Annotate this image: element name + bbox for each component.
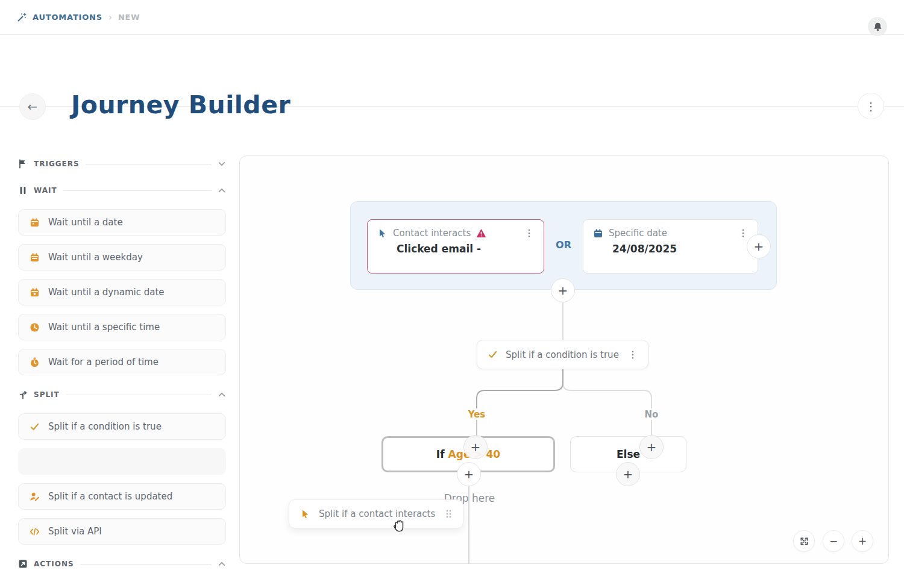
journey-canvas[interactable]: Contact interacts ⋮ Clicked email - OR [239, 155, 889, 564]
block-label: Wait until a dynamic date [48, 287, 165, 298]
block-split-via-api[interactable]: Split via API [18, 518, 226, 545]
cursor-icon [377, 228, 388, 239]
chevron-down-icon [218, 160, 226, 168]
node-menu-button[interactable]: ⋮ [628, 350, 638, 360]
dragged-block-split-contact-interacts[interactable]: Split if a contact interacts [289, 499, 463, 528]
or-label: OR [545, 239, 582, 251]
chevron-up-icon [218, 186, 226, 195]
split-node-label: Split if a condition is true [506, 349, 620, 360]
trigger-card-contact-interacts[interactable]: Contact interacts ⋮ Clicked email - [367, 219, 544, 274]
add-step-after-triggers-button[interactable]: + [551, 278, 575, 302]
section-rule [66, 395, 212, 395]
section-header-actions[interactable]: ACTIONS [18, 558, 226, 570]
check-icon [488, 349, 498, 360]
trigger-card-specific-date[interactable]: Specific date ⋮ 24/08/2025 [583, 219, 758, 274]
block-label: Wait until a specific time [48, 322, 160, 333]
magic-wand-icon [17, 13, 27, 22]
calendar-icon [30, 217, 40, 228]
expand-icon [800, 537, 809, 546]
breadcrumb: AUTOMATIONS › NEW [17, 12, 140, 23]
minus-icon: − [829, 535, 838, 547]
fit-to-screen-button[interactable] [793, 530, 815, 552]
else-label: Else [617, 448, 640, 460]
warning-icon [476, 228, 486, 238]
calendar-icon [593, 228, 603, 239]
blocks-sidebar: TRIGGERS WAIT W [18, 158, 226, 570]
block-label: Wait until a weekday [48, 252, 143, 263]
add-step-no-top-button[interactable]: + [639, 435, 664, 459]
trigger-category: Contact interacts [393, 228, 471, 239]
chevron-up-icon [218, 560, 226, 568]
back-arrow-icon: ← [28, 99, 38, 114]
section-header-triggers[interactable]: TRIGGERS [18, 158, 226, 170]
plus-icon: + [858, 535, 867, 547]
block-label: Split if a contact is updated [48, 491, 172, 502]
zoom-out-button[interactable]: − [823, 530, 844, 552]
section-header-split[interactable]: SPLIT [18, 389, 226, 401]
add-trigger-button[interactable]: + [747, 234, 771, 258]
actions-icon [18, 559, 28, 569]
block-label: Split via API [48, 526, 102, 537]
page-header: ← Journey Builder ⋮ [0, 35, 904, 107]
block-placeholder-empty [18, 448, 226, 475]
calendar-dynamic-icon [30, 287, 40, 298]
cursor-icon [300, 509, 310, 519]
page-title: Journey Builder [71, 90, 290, 119]
block-wait-until-specific-time[interactable]: Wait until a specific time [18, 314, 226, 340]
breadcrumb-new: NEW [118, 13, 140, 22]
breadcrumb-automations[interactable]: AUTOMATIONS [33, 13, 102, 22]
add-step-yes-top-button[interactable]: + [463, 435, 488, 459]
block-split-condition-true[interactable]: Split if a condition is true [18, 413, 226, 440]
dragged-block-label: Split if a contact interacts [319, 508, 437, 519]
trigger-value: Clicked email - [397, 243, 534, 255]
block-label: Wait until a date [48, 217, 123, 228]
grab-hand-cursor-icon [391, 518, 407, 534]
block-wait-until-dynamic-date[interactable]: Wait until a dynamic date [18, 279, 226, 305]
if-prefix: If [436, 448, 445, 460]
plus-icon: + [623, 467, 633, 481]
plus-icon: + [754, 239, 764, 254]
block-split-contact-updated[interactable]: Split if a contact is updated [18, 483, 226, 510]
plus-icon: + [647, 440, 657, 454]
block-wait-for-period[interactable]: Wait for a period of time [18, 349, 226, 375]
section-rule [63, 190, 212, 191]
trigger-value: 24/08/2025 [612, 243, 748, 255]
split-icon [18, 390, 28, 399]
plus-icon: + [464, 467, 474, 481]
add-step-yes-bottom-button[interactable]: + [457, 462, 481, 486]
block-label: Wait for a period of time [48, 357, 159, 367]
stopwatch-icon [30, 357, 40, 367]
notifications-button[interactable] [868, 17, 887, 36]
code-icon [30, 527, 40, 537]
block-wait-until-weekday[interactable]: Wait until a weekday [18, 244, 226, 271]
bell-icon [873, 22, 883, 32]
branch-yes-label: Yes [459, 409, 495, 420]
chevron-up-icon [218, 390, 226, 399]
section-label: ACTIONS [34, 560, 74, 568]
user-edit-icon [30, 492, 40, 502]
breadcrumb-separator-icon: › [108, 12, 112, 23]
section-label: SPLIT [34, 390, 60, 399]
top-bar: AUTOMATIONS › NEW [0, 0, 904, 35]
section-header-wait[interactable]: WAIT [18, 184, 226, 196]
plus-icon: + [558, 283, 568, 298]
card-menu-button[interactable]: ⋮ [738, 228, 748, 238]
section-rule [80, 564, 212, 565]
card-menu-button[interactable]: ⋮ [524, 228, 534, 238]
split-condition-node[interactable]: Split if a condition is true ⋮ [477, 340, 648, 369]
zoom-in-button[interactable]: + [852, 530, 873, 552]
add-step-no-bottom-button[interactable]: + [616, 462, 640, 486]
drag-handle-icon [445, 509, 452, 519]
trigger-group: Contact interacts ⋮ Clicked email - OR [350, 201, 777, 290]
calendar-week-icon [30, 252, 40, 263]
journey-builder-app: AUTOMATIONS › NEW ← Journey Builder ⋮ TR… [0, 0, 904, 588]
flag-icon [18, 159, 28, 169]
back-button[interactable]: ← [19, 93, 46, 120]
trigger-category: Specific date [609, 228, 667, 239]
block-wait-until-date[interactable]: Wait until a date [18, 209, 226, 236]
section-label: TRIGGERS [34, 160, 80, 168]
section-rule [86, 164, 212, 164]
clock-icon [30, 322, 40, 333]
plus-icon: + [471, 440, 481, 454]
header-menu-button[interactable]: ⋮ [858, 93, 884, 119]
